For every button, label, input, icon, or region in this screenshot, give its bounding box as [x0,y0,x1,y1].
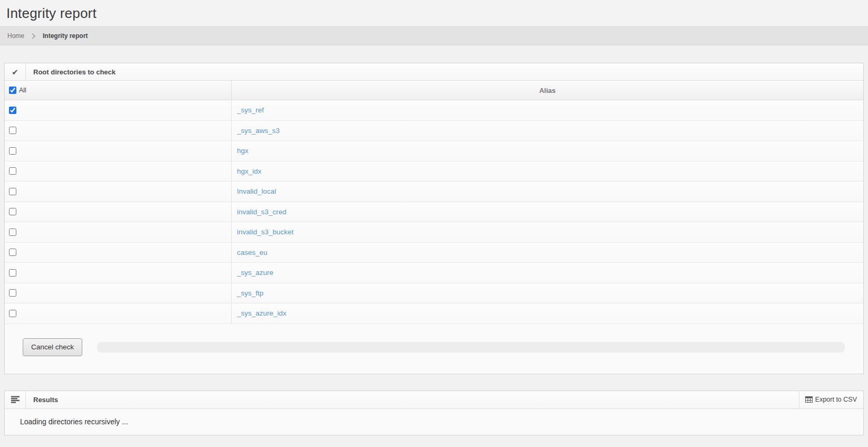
directories-table-header: All Alias [5,81,863,100]
results-status: Loading directories recursively ... [5,409,863,435]
directory-checkbox[interactable] [9,310,16,317]
directory-alias-cell: invalid_s3_bucket [232,222,863,242]
breadcrumb: Home Integrity report [0,26,868,45]
directory-alias-link[interactable]: invalid_s3_cred [237,208,287,216]
root-directories-panel: ✔ Root directories to check All Alias _s… [4,63,864,374]
directory-row: _sys_ref [5,100,863,121]
directory-alias-link[interactable]: _sys_ref [237,106,264,114]
directory-row: invalid_s3_bucket [5,222,863,243]
directory-alias-cell: _sys_azure_idx [232,303,863,324]
select-all-checkbox[interactable] [9,87,16,94]
export-to-csv-label: Export to CSV [815,396,857,403]
directory-checkbox[interactable] [9,107,16,114]
root-directories-panel-header: ✔ Root directories to check [5,63,863,81]
directory-alias-cell: hgx_idx [232,161,863,182]
check-icon: ✔ [5,63,26,80]
select-all-label: All [19,87,26,94]
directory-row: Invalid_local [5,182,863,202]
directory-checkbox-cell [5,283,232,303]
directory-checkbox-cell [5,121,232,141]
page-title: Integrity report [6,5,97,22]
table-grid-icon [805,396,813,403]
directory-checkbox-cell [5,202,232,222]
directory-checkbox[interactable] [9,229,16,236]
directory-alias-link[interactable]: _sys_azure [237,269,273,277]
directory-alias-link[interactable]: _sys_azure_idx [237,309,287,317]
directory-alias-cell: cases_eu [232,243,863,263]
alias-column-header: Alias [232,81,863,100]
directory-checkbox[interactable] [9,167,16,175]
directory-row: _sys_aws_s3 [5,121,863,141]
directory-row: _sys_azure_idx [5,303,863,324]
export-to-csv-button[interactable]: Export to CSV [799,391,863,408]
directories-table-body: _sys_ref_sys_aws_s3hgxhgx_idxInvalid_loc… [5,100,863,324]
cancel-check-button[interactable]: Cancel check [23,338,82,356]
directory-alias-link[interactable]: Invalid_local [237,187,276,195]
directory-alias-cell: invalid_s3_cred [232,202,863,222]
directory-checkbox[interactable] [9,127,16,134]
directory-row: invalid_s3_cred [5,202,863,223]
directory-checkbox-cell [5,243,232,263]
breadcrumb-home-link[interactable]: Home [7,32,24,40]
directory-alias-cell: Invalid_local [232,182,863,202]
directory-alias-link[interactable]: cases_eu [237,249,268,256]
content-area: ✔ Root directories to check All Alias _s… [0,63,868,435]
directory-checkbox-cell [5,161,232,182]
directory-alias-cell: _sys_azure [232,263,863,283]
results-panel: Results Export to CSV Loading directorie… [4,391,864,435]
directory-alias-link[interactable]: _sys_ftp [237,289,263,297]
directory-row: _sys_ftp [5,283,863,304]
check-progress-bar [97,342,845,353]
title-bar: Integrity report [0,0,868,26]
results-panel-title: Results [26,391,799,408]
directory-alias-cell: _sys_ref [232,100,863,120]
action-row: Cancel check [5,324,863,374]
results-status-text: Loading directories recursively ... [20,417,128,426]
directory-alias-cell: _sys_aws_s3 [232,121,863,141]
directory-checkbox-cell [5,182,232,202]
directory-checkbox-cell [5,141,232,161]
directory-row: hgx_idx [5,161,863,182]
breadcrumb-current: Integrity report [43,32,88,40]
directory-checkbox[interactable] [9,147,16,155]
select-all-cell: All [5,81,232,100]
directory-alias-link[interactable]: _sys_aws_s3 [237,127,280,135]
chevron-right-icon [32,33,35,39]
root-directories-panel-title: Root directories to check [26,63,863,80]
directory-checkbox[interactable] [9,269,16,277]
directory-alias-link[interactable]: hgx [237,147,249,155]
directory-checkbox[interactable] [9,289,16,297]
results-panel-header: Results Export to CSV [5,391,863,409]
directory-checkbox[interactable] [9,208,16,215]
directory-alias-cell: hgx [232,141,863,161]
directory-alias-link[interactable]: invalid_s3_bucket [237,228,293,236]
directory-checkbox-cell [5,100,232,120]
directory-alias-cell: _sys_ftp [232,283,863,303]
directory-row: cases_eu [5,243,863,263]
directory-row: _sys_azure [5,263,863,283]
directory-checkbox-cell [5,222,232,242]
table-rows-icon [5,391,26,408]
directory-checkbox[interactable] [9,188,16,195]
directory-row: hgx [5,141,863,161]
directory-checkbox-cell [5,263,232,283]
directory-checkbox[interactable] [9,249,16,256]
directory-alias-link[interactable]: hgx_idx [237,167,262,175]
directory-checkbox-cell [5,303,232,324]
